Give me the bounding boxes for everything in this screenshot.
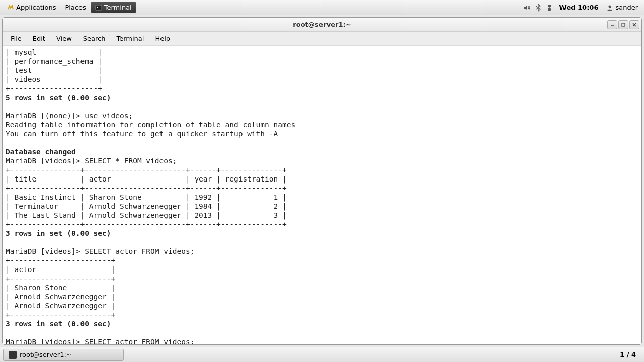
maximize-button[interactable] — [618, 20, 628, 29]
terminal-line: You can turn off this feature to get a q… — [6, 130, 278, 138]
svg-rect-1 — [548, 5, 551, 7]
terminal-line: +-----------------------+ — [6, 275, 115, 283]
terminal-line: | title | actor | year | registration | — [6, 175, 287, 183]
terminal-line: | mysql | — [6, 48, 102, 56]
terminal-line: | The Last Stand | Arnold Schwarzenegger… — [6, 211, 287, 219]
terminal-line: | Terminator | Arnold Schwarzenegger | 1… — [6, 202, 287, 210]
applications-label: Applications — [16, 4, 56, 11]
svg-rect-0 — [96, 5, 102, 10]
volume-icon[interactable] — [522, 3, 532, 13]
bottom-panel: root@server1:~ 1 / 4 — [0, 347, 644, 362]
user-label: sander — [615, 4, 638, 11]
network-icon[interactable] — [544, 3, 554, 13]
window-title: root@server1:~ — [293, 21, 351, 28]
terminal-line: 3 rows in set (0.00 sec) — [6, 229, 111, 237]
terminal-line: +-----------------------+ — [6, 256, 115, 264]
bluetooth-icon[interactable] — [533, 3, 543, 13]
svg-rect-6 — [622, 23, 625, 26]
terminal-line: 5 rows in set (0.00 sec) — [6, 94, 111, 102]
terminal-line: MariaDB [videos]> SELECT * FROM videos; — [6, 157, 177, 165]
menu-edit[interactable]: Edit — [28, 33, 50, 44]
terminal-icon — [9, 351, 17, 359]
menu-help[interactable]: Help — [150, 33, 175, 44]
terminal-line: | actor | — [6, 265, 115, 274]
terminal-line: | performance_schema | — [6, 57, 102, 65]
menu-search[interactable]: Search — [78, 33, 111, 44]
terminal-line: Reading table information for completion… — [6, 121, 295, 129]
svg-rect-2 — [548, 8, 551, 11]
terminal-line: | videos | — [6, 75, 102, 83]
terminal-line: | Sharon Stone | — [6, 284, 115, 292]
workspace-indicator[interactable]: 1 / 4 — [615, 351, 641, 358]
close-button[interactable] — [629, 20, 639, 29]
taskbar-button[interactable]: root@server1:~ — [3, 349, 124, 361]
terminal-icon — [95, 4, 102, 11]
user-icon — [606, 4, 613, 11]
menu-view[interactable]: View — [51, 33, 77, 44]
terminal-line: | Arnold Schwarzenegger | — [6, 293, 115, 301]
user-menu[interactable]: sander — [603, 4, 641, 11]
places-menu[interactable]: Places — [61, 2, 90, 13]
taskbar-label: root@server1:~ — [20, 351, 72, 358]
terminal-line: MariaDB [videos]> SELECT actor FROM vide… — [6, 247, 194, 255]
active-window-label: Terminal — [104, 4, 132, 11]
terminal-line: | Basic Instinct | Sharon Stone | 1992 |… — [6, 193, 287, 201]
terminal-line: Database changed — [6, 148, 76, 156]
minimize-button[interactable] — [607, 20, 617, 29]
terminal-line: +----------------+----------------------… — [6, 220, 287, 228]
terminal-line: | test | — [6, 66, 102, 74]
svg-point-4 — [609, 5, 611, 8]
terminal-window: root@server1:~ File Edit View Search Ter… — [2, 17, 642, 345]
panel-left: Applications Places Terminal — [3, 2, 136, 13]
terminal-line: MariaDB [videos]> SELECT actor FROM vide… — [6, 338, 194, 344]
places-label: Places — [65, 4, 86, 11]
terminal-line: 3 rows in set (0.00 sec) — [6, 320, 111, 328]
titlebar[interactable]: root@server1:~ — [3, 18, 641, 32]
terminal-output[interactable]: | mysql | | performance_schema | | test … — [3, 46, 641, 344]
menubar: File Edit View Search Terminal Help — [3, 32, 641, 46]
top-panel: Applications Places Terminal Wed 10:06 s… — [0, 0, 644, 15]
foot-icon — [7, 4, 14, 11]
panel-right: Wed 10:06 sander — [522, 3, 641, 13]
terminal-line: +-----------------------+ — [6, 311, 115, 319]
terminal-line: +----------------+----------------------… — [6, 184, 287, 192]
menu-file[interactable]: File — [6, 33, 27, 44]
terminal-line: +----------------+----------------------… — [6, 166, 287, 174]
terminal-line: MariaDB [(none)]> use videos; — [6, 112, 133, 120]
menu-terminal[interactable]: Terminal — [111, 33, 149, 44]
active-window-button[interactable]: Terminal — [91, 2, 136, 13]
terminal-line: +--------------------+ — [6, 84, 102, 93]
clock[interactable]: Wed 10:06 — [555, 4, 603, 11]
window-controls — [607, 20, 639, 29]
terminal-line: | Arnold Schwarzenegger | — [6, 302, 115, 310]
applications-menu[interactable]: Applications — [3, 2, 60, 13]
